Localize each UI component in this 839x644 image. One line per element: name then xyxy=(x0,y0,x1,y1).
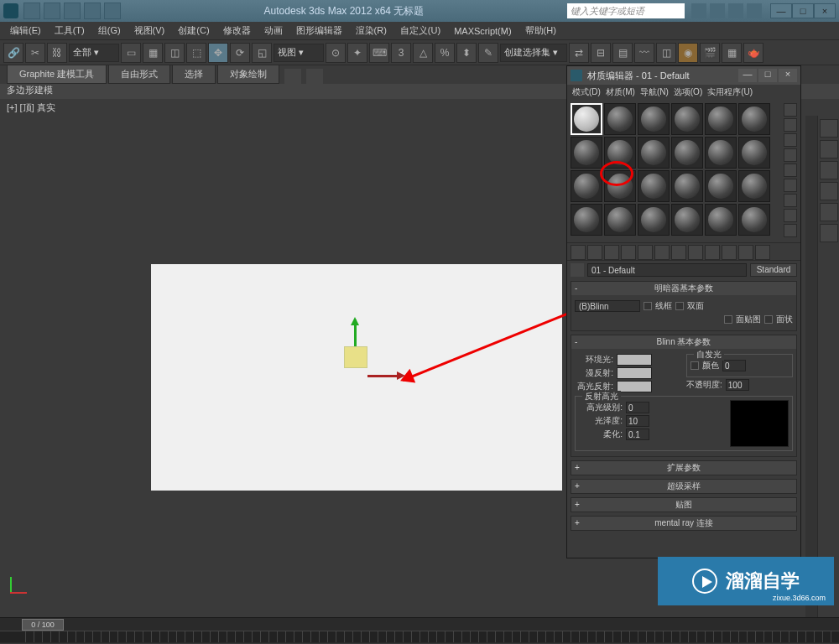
rollout-header[interactable]: +贴图 xyxy=(571,498,796,512)
utilities-tab-icon[interactable] xyxy=(820,224,838,242)
go-parent-icon[interactable] xyxy=(738,245,753,260)
ribbon-help-icon[interactable] xyxy=(284,69,301,84)
scale-icon[interactable]: ◱ xyxy=(252,43,272,63)
material-slot[interactable] xyxy=(738,170,770,202)
material-slot[interactable] xyxy=(604,137,636,169)
select-icon[interactable]: ▭ xyxy=(121,43,141,63)
me-menu-material[interactable]: 材质(M) xyxy=(604,86,637,98)
backlight-icon[interactable] xyxy=(784,118,797,132)
qat-redo-icon[interactable] xyxy=(104,3,121,19)
menu-help[interactable]: 帮助(H) xyxy=(519,23,563,39)
maximize-button[interactable]: □ xyxy=(792,3,814,18)
schematic-icon[interactable]: ◫ xyxy=(656,43,676,63)
rollout-header[interactable]: -Blinn 基本参数 xyxy=(571,335,796,349)
angle-snap-icon[interactable]: △ xyxy=(413,43,433,63)
qat-new-icon[interactable] xyxy=(23,3,40,19)
reset-map-icon[interactable] xyxy=(621,245,636,260)
render-icon[interactable]: 🫖 xyxy=(743,43,763,63)
rotate-icon[interactable]: ⟳ xyxy=(230,43,250,63)
material-slot[interactable] xyxy=(638,170,670,202)
show-map-icon[interactable] xyxy=(705,245,720,260)
twosided-checkbox[interactable] xyxy=(675,302,684,310)
ambient-swatch[interactable] xyxy=(617,354,652,366)
command-panel-scroll[interactable] xyxy=(805,116,817,617)
show-end-result-icon[interactable] xyxy=(722,245,737,260)
menu-grapheditors[interactable]: 图形编辑器 xyxy=(289,23,349,39)
material-editor-window[interactable]: 材质编辑器 - 01 - Default — □ × 模式(D) 材质(M) 导… xyxy=(566,65,801,558)
gizmo-y-axis-icon[interactable] xyxy=(354,319,357,350)
material-slot-1[interactable] xyxy=(571,103,602,135)
material-slot[interactable] xyxy=(738,137,770,169)
viewport-labels[interactable]: [+] [顶] 真实 xyxy=(7,101,55,114)
me-menu-modes[interactable]: 模式(D) xyxy=(571,86,602,98)
window-crossing-icon[interactable]: ⬚ xyxy=(186,43,206,63)
material-slot[interactable] xyxy=(571,204,602,236)
render-frame-icon[interactable]: ▦ xyxy=(722,43,742,63)
shader-dropdown[interactable]: (B)Blinn xyxy=(575,300,640,312)
layers-icon[interactable]: ▤ xyxy=(612,43,633,63)
soften-spinner[interactable]: 0.1 xyxy=(626,428,649,440)
align-icon[interactable]: ⊟ xyxy=(591,43,611,63)
mirror-icon[interactable]: ⇄ xyxy=(569,43,589,63)
material-slot[interactable] xyxy=(604,103,636,135)
me-menu-utilities[interactable]: 实用程序(U) xyxy=(706,86,754,98)
menu-modifiers[interactable]: 修改器 xyxy=(216,23,258,39)
infocenter-icon[interactable] xyxy=(691,3,706,18)
material-slot[interactable] xyxy=(671,137,703,169)
select-by-mat-icon[interactable] xyxy=(784,209,797,222)
time-slider[interactable]: 0 / 100 xyxy=(0,617,839,631)
move-icon[interactable]: ✥ xyxy=(208,43,228,63)
minimize-button[interactable]: — xyxy=(770,3,792,18)
menu-edit[interactable]: 编辑(E) xyxy=(3,23,48,39)
diffuse-swatch[interactable] xyxy=(617,367,652,379)
bind-icon[interactable]: ⛓ xyxy=(47,43,67,63)
material-editor-icon[interactable]: ◉ xyxy=(678,43,698,63)
select-region-icon[interactable]: ◫ xyxy=(164,43,185,63)
viewport-canvas[interactable] xyxy=(151,264,562,491)
selection-filter-dropdown[interactable]: 全部 ▾ xyxy=(69,44,119,62)
mateditor-max-button[interactable]: □ xyxy=(758,69,777,82)
app-logo-icon[interactable] xyxy=(3,3,18,18)
menu-create[interactable]: 创建(C) xyxy=(171,23,216,39)
selfillum-spinner[interactable]: 0 xyxy=(722,360,746,371)
manipulate-icon[interactable]: ✦ xyxy=(347,43,367,63)
color-checkbox[interactable] xyxy=(690,361,699,370)
menu-maxscript[interactable]: MAXScript(M) xyxy=(447,24,518,38)
link-icon[interactable]: 🔗 xyxy=(3,43,23,63)
tab-objectpaint[interactable]: 对象绘制 xyxy=(217,65,279,84)
qat-undo-icon[interactable] xyxy=(84,3,101,19)
material-slot[interactable] xyxy=(705,204,737,236)
material-slot[interactable] xyxy=(571,137,602,169)
qat-save-icon[interactable] xyxy=(64,3,81,19)
material-slot[interactable] xyxy=(671,170,703,202)
rollout-header[interactable]: +mental ray 连接 xyxy=(571,517,796,530)
material-editor-titlebar[interactable]: 材质编辑器 - 01 - Default — □ × xyxy=(567,66,800,85)
motion-tab-icon[interactable] xyxy=(820,182,838,200)
material-slot[interactable] xyxy=(738,204,770,236)
close-button[interactable]: × xyxy=(814,3,836,18)
faceted-checkbox[interactable] xyxy=(764,315,773,324)
material-slot[interactable] xyxy=(705,170,737,202)
material-slot[interactable] xyxy=(705,137,737,169)
material-slot[interactable] xyxy=(671,103,703,135)
assign-to-selection-icon[interactable] xyxy=(604,245,619,260)
me-menu-options[interactable]: 选项(O) xyxy=(672,86,704,98)
snap-toggle-icon[interactable]: 3 xyxy=(391,43,411,63)
curve-editor-icon[interactable]: 〰 xyxy=(634,43,654,63)
go-sibling-icon[interactable] xyxy=(755,245,770,260)
tab-selection[interactable]: 选择 xyxy=(172,65,216,84)
get-material-icon[interactable] xyxy=(571,245,586,260)
percent-snap-icon[interactable]: % xyxy=(435,43,455,63)
selected-object-box[interactable] xyxy=(344,346,367,368)
material-slot[interactable] xyxy=(638,103,670,135)
sample-uv-icon[interactable] xyxy=(784,148,797,162)
render-setup-icon[interactable]: 🎬 xyxy=(700,43,720,63)
material-slot[interactable] xyxy=(705,103,737,135)
video-check-icon[interactable] xyxy=(784,164,797,177)
material-id-icon[interactable] xyxy=(688,245,703,260)
time-slider-thumb[interactable]: 0 / 100 xyxy=(22,619,64,631)
help-icon[interactable] xyxy=(747,3,762,18)
mat-map-nav-icon[interactable] xyxy=(784,224,797,237)
sample-type-icon[interactable] xyxy=(784,103,797,117)
mateditor-close-button[interactable]: × xyxy=(779,69,797,82)
